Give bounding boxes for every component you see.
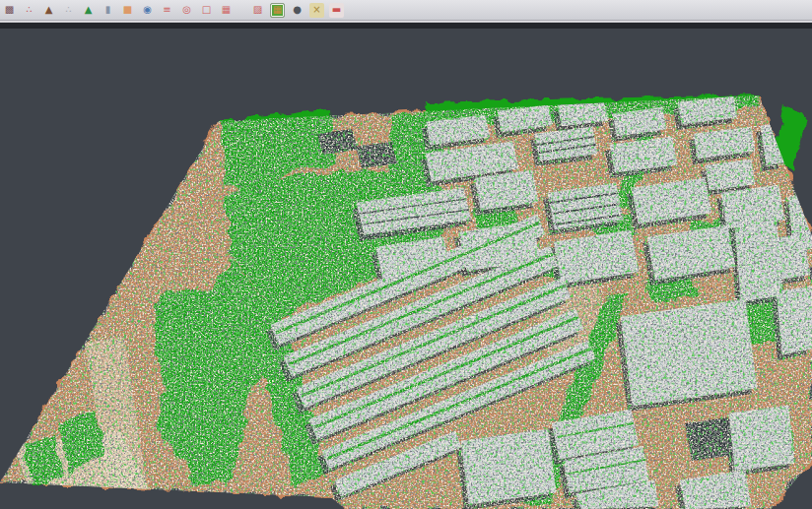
hatch-red-button[interactable]: ▨ bbox=[250, 3, 265, 18]
column-blue-button[interactable]: ▮ bbox=[101, 3, 115, 18]
flag-red-icon: ▬ bbox=[332, 5, 341, 15]
points-faint-button[interactable]: ∴ bbox=[61, 3, 76, 18]
globe-blue-icon: ◉ bbox=[143, 5, 152, 15]
markers-tan-icon: × bbox=[312, 5, 320, 15]
globe-blue-button[interactable]: ◉ bbox=[140, 3, 155, 18]
classification-map-icon: ▦ bbox=[273, 5, 282, 15]
bounds-red-icon: □ bbox=[202, 5, 211, 15]
flag-red-button[interactable]: ▬ bbox=[329, 3, 344, 18]
points-faint-icon: ∴ bbox=[65, 5, 71, 15]
viewport-canvas[interactable] bbox=[0, 0, 812, 509]
column-blue-icon: ▮ bbox=[105, 5, 111, 15]
markers-tan-button[interactable]: × bbox=[309, 3, 324, 18]
terrain-brown-button[interactable]: ▲ bbox=[41, 3, 56, 18]
toolbar-separator bbox=[238, 3, 245, 18]
target-red-icon: ◎ bbox=[182, 5, 191, 15]
bounds-red-button[interactable]: □ bbox=[199, 3, 214, 18]
terrain-brown-icon: ▲ bbox=[45, 5, 53, 15]
ortho-orange-icon: ■ bbox=[123, 5, 132, 15]
terrain-green-icon: ▲ bbox=[85, 5, 93, 15]
cloud-dark-button[interactable]: ▩ bbox=[2, 3, 17, 18]
app-window: ▩∴▲∴▲▮■◉≡◎□▦▨▦●×▬ bbox=[0, 0, 812, 509]
toolbar: ▩∴▲∴▲▮■◉≡◎□▦▨▦●×▬ bbox=[0, 0, 812, 21]
sphere-dark-icon: ● bbox=[293, 5, 302, 15]
window-chrome: ▩∴▲∴▲▮■◉≡◎□▦▨▦●×▬ bbox=[0, 0, 812, 29]
rows-red-button[interactable]: ≡ bbox=[160, 3, 174, 18]
ortho-orange-button[interactable]: ■ bbox=[120, 3, 135, 18]
scatter-points-button[interactable]: ∴ bbox=[22, 3, 36, 18]
cloud-dark-icon: ▩ bbox=[5, 5, 14, 15]
grid-red-icon: ▦ bbox=[222, 5, 231, 15]
target-red-button[interactable]: ◎ bbox=[179, 3, 194, 18]
grid-red-button[interactable]: ▦ bbox=[219, 3, 234, 18]
hatch-red-icon: ▨ bbox=[253, 5, 262, 15]
rows-red-icon: ≡ bbox=[163, 5, 170, 15]
scatter-points-icon: ∴ bbox=[26, 5, 32, 15]
terrain-green-button[interactable]: ▲ bbox=[81, 3, 96, 18]
classification-map-button[interactable]: ▦ bbox=[270, 3, 285, 18]
toolbar-shadow-strip bbox=[0, 23, 812, 29]
sphere-dark-button[interactable]: ● bbox=[290, 3, 304, 18]
